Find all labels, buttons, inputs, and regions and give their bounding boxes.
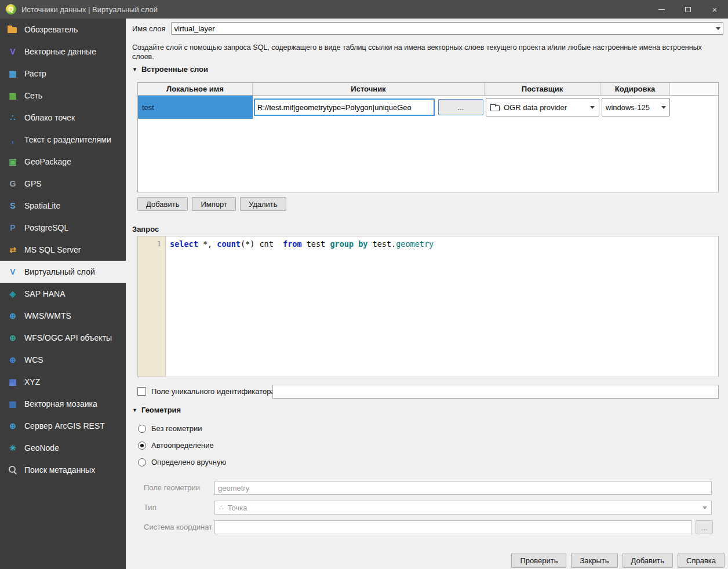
layer-name-input[interactable] xyxy=(174,24,716,33)
add-button[interactable]: Добавить xyxy=(623,553,673,568)
close-button[interactable]: × xyxy=(701,0,728,19)
radio-manual[interactable]: Определено вручную xyxy=(138,458,226,466)
sap-hana-icon: ◈ xyxy=(7,288,19,300)
sidebar-item-point-cloud[interactable]: ∴Облако точек xyxy=(0,107,126,129)
sidebar-item-wfs[interactable]: ⊕WFS/OGC API объекты xyxy=(0,327,126,349)
sql-code-line[interactable]: select *, count(*) cnt from test group b… xyxy=(170,239,716,249)
sidebar-item-vector[interactable]: VВекторные данные xyxy=(0,41,126,63)
sidebar-item-wms[interactable]: ⊕WMS/WMTS xyxy=(0,305,126,327)
sidebar-item-arcgis[interactable]: ⊕Сервер ArcGIS REST xyxy=(0,415,126,437)
sidebar-item-geopackage[interactable]: ▣GeoPackage xyxy=(0,151,126,173)
sidebar-item-sap-hana[interactable]: ◈SAP HANA xyxy=(0,283,126,305)
column-header-source: Источник xyxy=(253,83,485,95)
minimize-button[interactable] xyxy=(648,0,675,19)
sidebar-item-mssql[interactable]: ⇄MS SQL Server xyxy=(0,239,126,261)
sidebar-item-label: Сеть xyxy=(24,91,42,100)
close-dialog-button[interactable]: Закрыть xyxy=(571,553,617,568)
sidebar-item-delimited-text[interactable]: ,Текст с разделителями xyxy=(0,129,126,151)
sidebar-item-metasearch[interactable]: Поиск метаданных xyxy=(0,459,126,481)
mssql-icon: ⇄ xyxy=(7,244,19,256)
sidebar-item-gps[interactable]: GGPS xyxy=(0,173,126,195)
sidebar-item-wcs[interactable]: ⊕WCS xyxy=(0,349,126,371)
sidebar-item-label: Поиск метаданных xyxy=(24,465,95,475)
line-number-gutter: 1 xyxy=(138,236,166,377)
sidebar-item-virtual-layer[interactable]: VВиртуальный слой xyxy=(0,261,126,283)
sidebar-item-label: Облако точек xyxy=(24,113,75,122)
sidebar-item-spatialite[interactable]: SSpatiaLite xyxy=(0,195,126,217)
virtual-layer-icon: V xyxy=(7,266,19,278)
provider-combobox[interactable]: OGR data provider xyxy=(486,98,599,116)
layer-name-row: Имя слоя xyxy=(132,22,723,35)
table-row[interactable]: test ... OGR data provider windows-125 xyxy=(138,96,718,119)
remove-layer-button[interactable]: Удалить xyxy=(240,197,286,211)
main-panel: Имя слоя Создайте слой с помощью запроса… xyxy=(126,19,728,569)
line-number: 1 xyxy=(156,239,161,248)
mesh-icon: ▦ xyxy=(7,90,19,101)
sql-token: (*) cnt xyxy=(241,239,283,249)
help-button[interactable]: Справка xyxy=(678,553,725,568)
sql-editor[interactable]: 1 select *, count(*) cnt from test group… xyxy=(137,236,719,377)
sql-token: count xyxy=(217,239,241,249)
chevron-down-icon[interactable] xyxy=(661,106,666,109)
sidebar-item-mesh[interactable]: ▦Сеть xyxy=(0,85,126,107)
radio-label: Определено вручную xyxy=(151,458,226,466)
column-header-filler xyxy=(670,83,718,95)
sidebar-item-label: WFS/OGC API объекты xyxy=(24,333,112,342)
chevron-down-icon[interactable] xyxy=(590,106,595,109)
sidebar-item-browser[interactable]: Обозреватель xyxy=(0,19,126,41)
collapse-arrow-icon[interactable]: ▼ xyxy=(132,67,137,72)
radio-autodetect[interactable]: Автоопределение xyxy=(138,441,214,450)
column-header-provider: Поставщик xyxy=(485,83,600,95)
sidebar-item-label: Векторные данные xyxy=(24,47,96,56)
add-layer-button[interactable]: Добавить xyxy=(137,197,188,211)
geometry-section-header[interactable]: ▼ Геометрия xyxy=(132,406,181,414)
layer-name-combobox[interactable] xyxy=(171,22,723,35)
description-text: Создайте слой с помощью запроса SQL, сод… xyxy=(132,43,720,61)
sidebar-item-geonode[interactable]: ✳GeoNode xyxy=(0,437,126,459)
sidebar-item-xyz[interactable]: ▦XYZ xyxy=(0,371,126,393)
unique-id-checkbox[interactable] xyxy=(137,387,146,396)
sql-token: select xyxy=(170,239,198,249)
sidebar-item-vector-tiles[interactable]: ▩Векторная мозаика xyxy=(0,393,126,415)
minimize-icon xyxy=(658,9,665,10)
encoding-combobox[interactable]: windows-125 xyxy=(602,98,670,116)
sidebar-item-raster[interactable]: ▦Растр xyxy=(0,63,126,85)
geopackage-icon: ▣ xyxy=(7,156,19,167)
sidebar-item-label: Векторная мозаика xyxy=(24,399,97,408)
sidebar-item-label: GeoPackage xyxy=(24,157,71,166)
radio-button[interactable] xyxy=(138,425,146,433)
vector-tiles-icon: ▩ xyxy=(7,398,19,410)
sidebar-item-postgresql[interactable]: PPostgreSQL xyxy=(0,217,126,239)
geometry-type-label: Тип xyxy=(144,503,156,512)
point-geometry-icon: ∴ xyxy=(219,504,224,512)
gps-icon: G xyxy=(7,178,19,189)
embedded-layers-section-header[interactable]: ▼ Встроенные слои xyxy=(132,65,208,74)
geonode-icon: ✳ xyxy=(7,442,19,454)
point-cloud-icon: ∴ xyxy=(7,112,19,123)
radio-button-checked[interactable] xyxy=(138,442,146,450)
radio-button[interactable] xyxy=(138,458,146,466)
globe-icon: ⊕ xyxy=(7,310,19,322)
encoding-value: windows-125 xyxy=(606,103,650,112)
unique-id-row: Поле уникального идентификатора xyxy=(137,387,275,396)
sidebar-item-label: GPS xyxy=(24,179,42,188)
cell-local-name[interactable]: test xyxy=(138,96,253,119)
maximize-button[interactable] xyxy=(675,0,701,19)
import-layer-button[interactable]: Импорт xyxy=(192,197,235,211)
vector-layer-icon: V xyxy=(7,46,19,57)
folder-icon xyxy=(490,104,500,111)
crs-input xyxy=(214,520,692,534)
source-browse-button[interactable]: ... xyxy=(438,99,483,115)
window-controls: × xyxy=(648,0,728,19)
radio-no-geometry[interactable]: Без геометрии xyxy=(138,424,202,433)
folder-icon xyxy=(7,24,19,35)
unique-id-input[interactable] xyxy=(272,385,719,399)
chevron-down-icon[interactable] xyxy=(716,27,720,30)
collapse-arrow-icon[interactable]: ▼ xyxy=(132,407,137,413)
geometry-field-input xyxy=(214,481,712,495)
chevron-down-icon xyxy=(702,506,707,509)
qgis-logo-icon: Q xyxy=(6,4,16,14)
unique-id-label: Поле уникального идентификатора xyxy=(151,387,275,396)
source-input[interactable] xyxy=(254,99,435,116)
verify-button[interactable]: Проверить xyxy=(511,553,566,568)
